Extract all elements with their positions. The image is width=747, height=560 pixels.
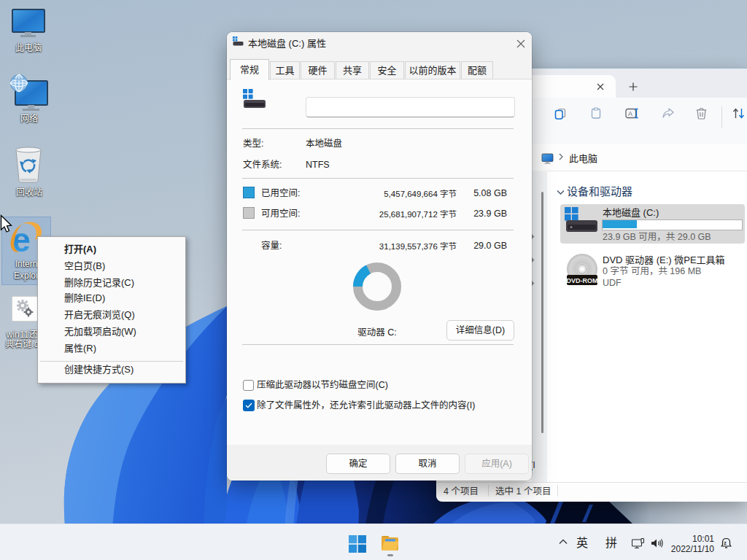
svg-text:DVD-ROM: DVD-ROM (567, 277, 597, 284)
svg-text:A: A (628, 110, 632, 117)
svg-text:z: z (724, 540, 727, 545)
